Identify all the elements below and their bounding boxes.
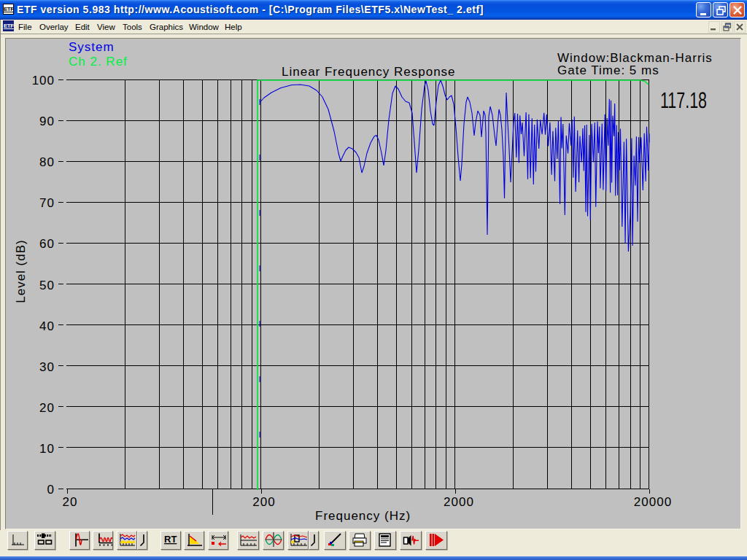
svg-text:RT: RT xyxy=(164,534,177,545)
